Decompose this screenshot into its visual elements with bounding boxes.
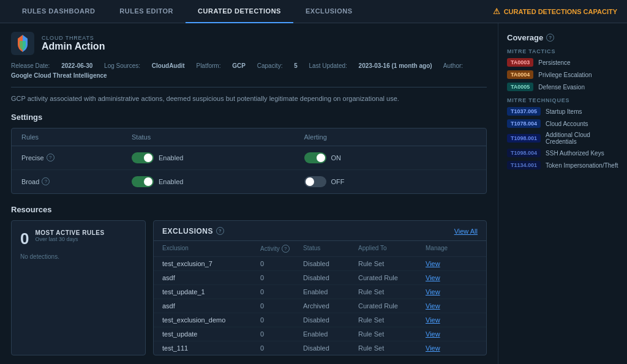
platform-label: Platform: GCP: [196, 62, 245, 69]
excl-applied: Curated Rule: [358, 274, 426, 281]
technique-label: Token Impersonation/Theft: [546, 162, 618, 169]
excl-applied: Rule Set: [358, 330, 426, 338]
technique-label: Additional Cloud Credentials: [546, 132, 618, 145]
excl-activity: 0: [260, 302, 303, 310]
broad-status-toggle[interactable]: [132, 176, 154, 187]
settings-title: Settings: [11, 113, 487, 122]
view-all-link[interactable]: View All: [454, 228, 478, 235]
tactic-badge: TA0004: [507, 70, 533, 79]
resources-title: Resources: [11, 205, 487, 214]
release-date-label: Release Date: 2022-06-30: [11, 62, 92, 69]
active-rules-count: 0: [20, 229, 29, 248]
excl-applied: Rule Set: [358, 288, 426, 295]
rule-meta: Release Date: 2022-06-30 Log Sources: Cl…: [11, 61, 487, 81]
precise-status-toggle[interactable]: [132, 152, 154, 163]
excl-status: Enabled: [303, 288, 358, 295]
excl-view-link[interactable]: View: [426, 302, 468, 310]
precise-label: Precise ?: [21, 154, 132, 162]
excl-col-applied: Applied To: [358, 245, 426, 253]
tactic-row: TA0005 Defense Evasion: [507, 83, 618, 91]
release-date-value: 2022-06-30: [61, 62, 92, 69]
broad-alerting-toggle[interactable]: [304, 176, 326, 187]
last-updated-label: Last Updated: 2023-03-16 (1 month ago): [309, 62, 432, 69]
excl-status: Disabled: [303, 260, 358, 267]
technique-row: T1134.001 Token Impersonation/Theft: [507, 161, 618, 169]
rule-category: CLOUD THREATS: [42, 35, 105, 41]
capacity-warning[interactable]: ⚠ CURATED DETECTIONS CAPACITY: [493, 7, 617, 16]
precise-alerting-label: ON: [331, 154, 342, 162]
nav-exclusions[interactable]: EXCLUSIONS: [293, 0, 365, 23]
excl-view-link[interactable]: View: [426, 274, 468, 281]
capacity-label: Capacity: 5: [257, 62, 298, 69]
last-updated-value: 2023-03-16 (1 month ago): [359, 62, 432, 69]
col-status: Status: [132, 133, 304, 141]
settings-row-broad: Broad ? Enabled OFF: [12, 170, 486, 193]
rule-title: Admin Action: [42, 41, 105, 52]
no-detections-label: No detections.: [20, 253, 137, 260]
right-sidebar: Coverage ? MITRE Tactics TA0003 Persiste…: [498, 23, 627, 364]
platform-value: GCP: [232, 62, 246, 69]
technique-badge: T1134.001: [507, 161, 541, 169]
excl-view-link[interactable]: View: [426, 330, 468, 338]
technique-row: T1098.004 SSH Authorized Keys: [507, 149, 618, 157]
coverage-help-icon[interactable]: ?: [546, 34, 554, 42]
tactics-label: MITRE Tactics: [507, 48, 618, 54]
excl-name: test_update_1: [162, 288, 260, 295]
precise-status-label: Enabled: [159, 154, 183, 162]
nav-rules-dashboard[interactable]: RULES DASHBOARD: [10, 0, 107, 23]
broad-status-toggle-group: Enabled: [132, 176, 304, 187]
resources-grid: 0 MOST ACTIVE RULES Over last 30 days No…: [11, 220, 487, 355]
excl-view-link[interactable]: View: [426, 344, 468, 352]
capacity-value: 5: [294, 62, 298, 69]
excl-view-link[interactable]: View: [426, 288, 468, 295]
content-area: CLOUD THREATS Admin Action Release Date:…: [0, 23, 498, 364]
excl-applied: Rule Set: [358, 316, 426, 324]
col-rules: Rules: [21, 133, 132, 141]
top-navigation: RULES DASHBOARD RULES EDITOR CURATED DET…: [0, 0, 627, 23]
exclusion-row: test_exclusion_demo 0 Disabled Rule Set …: [154, 313, 486, 327]
col-alerting: Alerting: [304, 133, 477, 141]
activity-help-icon[interactable]: ?: [282, 245, 290, 253]
rule-logo: [11, 32, 34, 55]
settings-table: Rules Status Alerting Precise ? Enabled …: [11, 128, 487, 194]
broad-alerting-toggle-group: OFF: [304, 176, 477, 187]
rule-description: GCP activity associated with administrat…: [11, 94, 487, 104]
excl-activity: 0: [260, 274, 303, 281]
tactic-badge: TA0005: [507, 83, 533, 91]
tactic-row: TA0003 Persistence: [507, 58, 618, 67]
nav-curated-detections[interactable]: CURATED DETECTIONS: [186, 0, 293, 23]
nav-rules-editor[interactable]: RULES EDITOR: [107, 0, 186, 23]
excl-name: test_update: [162, 330, 260, 338]
exclusion-row: asdf 0 Archived Curated Rule View: [154, 299, 486, 313]
excl-view-link[interactable]: View: [426, 316, 468, 324]
exclusions-card: EXCLUSIONS ? View All Exclusion Activity…: [153, 220, 487, 355]
broad-help-icon[interactable]: ?: [42, 177, 50, 185]
excl-col-exclusion: Exclusion: [162, 245, 260, 253]
excl-status: Archived: [303, 302, 358, 310]
precise-alerting-toggle[interactable]: [304, 152, 326, 163]
precise-help-icon[interactable]: ?: [47, 154, 54, 162]
broad-status-label: Enabled: [159, 178, 183, 185]
excl-activity: 0: [260, 316, 303, 324]
excl-status: Disabled: [303, 316, 358, 324]
technique-row: T1037.005 Startup Items: [507, 107, 618, 116]
exclusions-title: EXCLUSIONS ?: [162, 227, 224, 236]
technique-label: Cloud Accounts: [546, 121, 588, 127]
excl-applied: Curated Rule: [358, 302, 426, 310]
rule-header: CLOUD THREATS Admin Action: [11, 32, 487, 55]
meta-divider: [11, 87, 487, 87]
excl-name: test_exclusion_7: [162, 260, 260, 267]
excl-view-link[interactable]: View: [426, 260, 468, 267]
tactic-badge: TA0003: [507, 58, 533, 67]
exclusions-help-icon[interactable]: ?: [216, 227, 224, 235]
main-layout: CLOUD THREATS Admin Action Release Date:…: [0, 23, 627, 364]
excl-status: Enabled: [303, 330, 358, 338]
excl-activity: 0: [260, 288, 303, 295]
active-rules-label: MOST ACTIVE RULES: [35, 229, 104, 236]
excl-activity: 0: [260, 330, 303, 338]
excl-name: test_exclusion_demo: [162, 316, 260, 324]
exclusions-table-header: Exclusion Activity ? Status Applied To M…: [154, 241, 486, 257]
rule-title-block: CLOUD THREATS Admin Action: [42, 35, 105, 52]
precise-alerting-toggle-group: ON: [304, 152, 477, 163]
excl-col-activity: Activity ?: [260, 245, 303, 253]
